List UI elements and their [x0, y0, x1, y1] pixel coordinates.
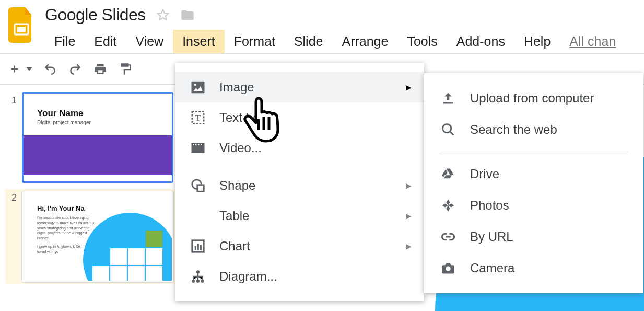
slide-number: 2: [7, 191, 17, 282]
menu-label: Photos: [470, 198, 509, 213]
upload-from-computer-item[interactable]: Upload from computer: [424, 83, 643, 114]
diagram-icon: [189, 268, 207, 285]
insert-chart-item[interactable]: Chart ▶: [175, 231, 424, 261]
svg-rect-15: [197, 244, 199, 250]
svg-rect-8: [195, 144, 197, 146]
svg-rect-9: [198, 144, 200, 146]
star-icon[interactable]: [156, 8, 170, 22]
menu-arrange[interactable]: Arrange: [332, 30, 397, 53]
menu-bar: File Edit View Insert Format Slide Arran…: [45, 27, 638, 53]
menu-file[interactable]: File: [45, 30, 85, 53]
by-url-item[interactable]: By URL: [424, 221, 643, 252]
menu-label: Chart: [219, 239, 393, 254]
slide-thumbnail-row[interactable]: 1 Your Name Digital project manager: [7, 92, 174, 183]
menu-help[interactable]: Help: [514, 30, 560, 53]
paint-format-button[interactable]: [117, 61, 134, 77]
print-button[interactable]: [92, 61, 109, 77]
photos-icon: [440, 197, 456, 214]
svg-point-22: [443, 124, 451, 133]
document-header: Google Slides File Edit View Insert Form…: [0, 0, 644, 53]
chart-blocks: [92, 231, 162, 282]
slide-number: 1: [7, 92, 17, 183]
insert-shape-item[interactable]: Shape ▶: [175, 170, 424, 201]
menu-format[interactable]: Format: [225, 30, 285, 53]
insert-menu-dropdown: Image ▶ T Text box Video... Shape ▶ Tabl…: [175, 63, 424, 301]
insert-video-item[interactable]: Video...: [175, 133, 424, 163]
search-the-web-item[interactable]: Search the web: [424, 114, 643, 145]
slide-thumbnail-1[interactable]: Your Name Digital project manager: [22, 92, 173, 183]
menu-view[interactable]: View: [126, 30, 173, 53]
svg-point-19: [196, 280, 200, 283]
svg-text:T: T: [195, 113, 201, 123]
last-edit-link[interactable]: All chan: [560, 30, 625, 53]
slide-thumbnail-2[interactable]: Hi, I'm Your Na I'm passionate about lev…: [22, 191, 173, 282]
menu-label: By URL: [470, 229, 513, 244]
menu-label: Image: [219, 80, 393, 95]
insert-textbox-item[interactable]: T Text box: [175, 102, 424, 133]
slide1-purple-bar: [24, 135, 172, 175]
submenu-arrow-icon: ▶: [406, 83, 412, 91]
redo-button[interactable]: [67, 61, 84, 77]
new-slide-dropdown-icon[interactable]: [25, 61, 33, 77]
svg-point-20: [201, 280, 204, 283]
textbox-icon: T: [189, 109, 207, 126]
menu-label: Diagram...: [219, 269, 412, 284]
menu-label: Shape: [219, 178, 393, 193]
new-slide-button[interactable]: [6, 61, 23, 77]
slides-logo-icon: [8, 7, 34, 43]
drive-icon: [440, 166, 456, 182]
menu-label: Table: [219, 209, 393, 223]
svg-rect-10: [201, 144, 202, 146]
menu-label: Video...: [219, 141, 412, 155]
upload-icon: [440, 90, 456, 107]
svg-point-24: [446, 267, 450, 271]
svg-rect-7: [193, 144, 194, 146]
menu-label: Drive: [470, 167, 499, 181]
insert-image-item[interactable]: Image ▶: [175, 72, 424, 102]
menu-insert[interactable]: Insert: [173, 30, 225, 53]
camera-item[interactable]: Camera: [424, 252, 643, 284]
video-icon: [189, 139, 207, 157]
chart-icon: [189, 237, 207, 255]
submenu-arrow-icon: ▶: [406, 212, 412, 220]
menu-tools[interactable]: Tools: [397, 30, 447, 53]
slide-thumbnail-row[interactable]: 2 Hi, I'm Your Na I'm passionate about l…: [5, 189, 177, 284]
slide1-title: Your Name: [24, 94, 172, 120]
document-title[interactable]: Google Slides: [45, 5, 146, 25]
photos-item[interactable]: Photos: [424, 190, 643, 221]
image-icon: [189, 78, 207, 96]
insert-diagram-item[interactable]: Diagram...: [175, 261, 424, 292]
menu-addons[interactable]: Add-ons: [447, 30, 514, 53]
table-icon: [189, 207, 207, 225]
submenu-arrow-icon: ▶: [406, 181, 412, 190]
svg-rect-12: [197, 185, 204, 192]
slide2-title: Hi, I'm Your Na: [24, 193, 172, 215]
link-icon: [440, 228, 456, 245]
svg-rect-14: [195, 246, 196, 250]
menu-label: Upload from computer: [470, 91, 594, 106]
svg-rect-1: [17, 27, 26, 32]
insert-table-item[interactable]: Table ▶: [175, 201, 424, 231]
menu-label: Camera: [470, 261, 514, 275]
undo-button[interactable]: [42, 61, 58, 77]
image-submenu: Upload from computer Search the web Driv…: [424, 73, 643, 293]
svg-rect-21: [443, 102, 453, 104]
menu-label: Text box: [219, 110, 412, 125]
svg-point-17: [196, 270, 200, 273]
menu-edit[interactable]: Edit: [85, 30, 126, 53]
drive-item[interactable]: Drive: [424, 158, 643, 190]
svg-line-23: [450, 132, 454, 135]
menu-label: Search the web: [470, 122, 557, 137]
slide-thumbnail-panel: 1 Your Name Digital project manager 2 Hi…: [0, 85, 180, 302]
camera-icon: [440, 260, 456, 277]
svg-point-18: [192, 280, 195, 283]
slide1-subtitle: Digital project manager: [24, 120, 172, 125]
svg-rect-16: [200, 245, 202, 250]
menu-slide[interactable]: Slide: [285, 30, 333, 53]
submenu-arrow-icon: ▶: [406, 242, 412, 250]
folder-icon[interactable]: [180, 8, 195, 22]
menu-separator: [440, 152, 628, 152]
svg-rect-2: [192, 82, 205, 94]
svg-point-3: [194, 84, 197, 86]
shape-icon: [189, 177, 207, 194]
